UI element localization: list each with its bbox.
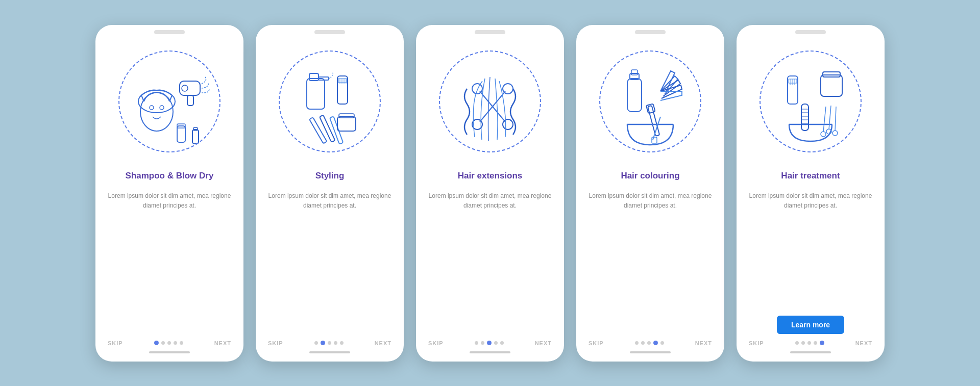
next-button-hair-extensions[interactable]: NEXT [535, 340, 552, 346]
phones-container: Shampoo & Blow Dry Lorem ipsum dolor sit… [85, 15, 895, 372]
phone-title-styling: Styling [315, 165, 345, 187]
illustration-hair-colouring [594, 45, 706, 158]
home-bar-hair-colouring [630, 351, 671, 353]
dot-3 [174, 341, 177, 345]
phone-title-hair-extensions: Hair extensions [458, 165, 523, 187]
phone-nav-styling: SKIP NEXT [266, 340, 394, 346]
dot-0 [154, 341, 159, 345]
dot-hc4 [660, 341, 664, 345]
phone-desc-styling: Lorem ipsum dolor sit dim amet, mea regi… [266, 191, 394, 336]
phone-notch [154, 30, 185, 34]
skip-button-hair-treatment[interactable]: SKIP [749, 340, 764, 346]
home-bar-hair-treatment [790, 351, 831, 353]
dot-s3 [334, 341, 337, 345]
nav-dots-hair-treatment [795, 341, 824, 345]
dot-he0 [475, 341, 478, 345]
dot-ht4 [820, 341, 824, 345]
phone-hair-treatment: Hair treatment Lorem ipsum dolor sit dim… [737, 25, 885, 362]
dot-ht1 [801, 341, 805, 345]
phone-nav-hair-colouring: SKIP NEXT [586, 340, 714, 346]
dot-he2 [487, 341, 492, 345]
phone-nav-hair-treatment: SKIP NEXT [747, 340, 874, 346]
phone-title-hair-colouring: Hair colouring [621, 165, 679, 187]
dot-he1 [481, 341, 484, 345]
phone-notch-3 [475, 30, 505, 34]
phone-hair-colouring: Hair colouring Lorem ipsum dolor sit dim… [576, 25, 724, 362]
learn-more-button[interactable]: Learn more [777, 316, 844, 334]
illustration-hair-extensions [434, 45, 546, 158]
phone-hair-extensions: Hair extensions Lorem ipsum dolor sit di… [416, 25, 564, 362]
dot-s0 [314, 341, 318, 345]
dot-s1 [321, 341, 325, 345]
home-bar-hair-extensions [470, 351, 510, 353]
nav-dots-hair-colouring [635, 341, 664, 345]
phone-title-hair-treatment: Hair treatment [781, 165, 840, 187]
nav-dots-hair-extensions [475, 341, 504, 345]
phone-notch-2 [314, 30, 345, 34]
illustration-shampoo [113, 45, 226, 158]
skip-button-hair-colouring[interactable]: SKIP [589, 340, 604, 346]
dashed-circle-5 [760, 50, 862, 152]
phone-nav-hair-extensions: SKIP NEXT [426, 340, 554, 346]
dot-hc2 [647, 341, 651, 345]
nav-dots-shampoo [154, 341, 183, 345]
home-bar-styling [309, 351, 350, 353]
dashed-circle-4 [599, 50, 701, 152]
dot-he4 [500, 341, 504, 345]
phone-notch-5 [795, 30, 826, 34]
skip-button-shampoo[interactable]: SKIP [108, 340, 123, 346]
phone-desc-hair-extensions: Lorem ipsum dolor sit dim amet, mea regi… [426, 191, 554, 336]
dashed-circle-3 [439, 50, 541, 152]
next-button-shampoo[interactable]: NEXT [214, 340, 231, 346]
home-bar-shampoo [149, 351, 190, 353]
skip-button-styling[interactable]: SKIP [268, 340, 283, 346]
phone-nav-shampoo: SKIP NEXT [106, 340, 233, 346]
dot-hc3 [653, 341, 658, 345]
nav-dots-styling [314, 341, 344, 345]
dot-s4 [340, 341, 344, 345]
dot-2 [167, 341, 171, 345]
dot-4 [180, 341, 183, 345]
dot-he3 [494, 341, 498, 345]
dot-hc1 [641, 341, 645, 345]
dot-ht2 [807, 341, 811, 345]
next-button-styling[interactable]: NEXT [375, 340, 391, 346]
phone-desc-hair-colouring: Lorem ipsum dolor sit dim amet, mea regi… [586, 191, 714, 336]
phone-desc-shampoo: Lorem ipsum dolor sit dim amet, mea regi… [106, 191, 233, 336]
phone-styling: Styling Lorem ipsum dolor sit dim amet, … [256, 25, 404, 362]
illustration-hair-treatment [754, 45, 867, 158]
skip-button-hair-extensions[interactable]: SKIP [428, 340, 444, 346]
phone-shampoo: Shampoo & Blow Dry Lorem ipsum dolor sit… [95, 25, 243, 362]
phone-desc-hair-treatment: Lorem ipsum dolor sit dim amet, mea regi… [747, 191, 874, 312]
dot-ht0 [795, 341, 799, 345]
dot-s2 [328, 341, 331, 345]
phone-title-shampoo: Shampoo & Blow Dry [126, 165, 214, 187]
phone-notch-4 [635, 30, 666, 34]
next-button-hair-treatment[interactable]: NEXT [855, 340, 872, 346]
dot-ht3 [814, 341, 817, 345]
dashed-circle [118, 50, 220, 152]
illustration-styling [274, 45, 386, 158]
next-button-hair-colouring[interactable]: NEXT [695, 340, 712, 346]
dot-hc0 [635, 341, 639, 345]
dashed-circle-2 [279, 50, 381, 152]
dot-1 [161, 341, 165, 345]
